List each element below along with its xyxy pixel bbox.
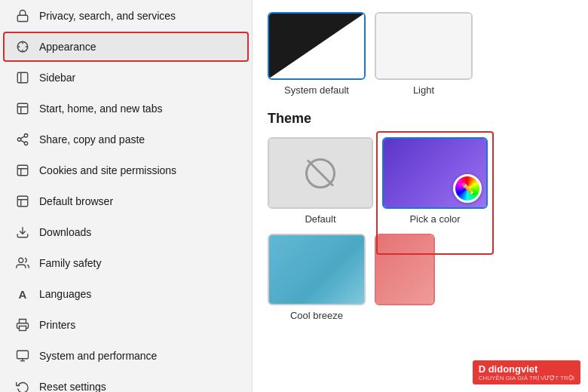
cool-breeze-graphic: [269, 235, 364, 304]
family-safety-icon: [15, 256, 30, 271]
sidebar-item-sidebar-label: Sidebar: [39, 72, 75, 84]
svg-rect-14: [20, 326, 26, 331]
sidebar-item-privacy[interactable]: Privacy, search, and services: [3, 1, 249, 31]
theme-section-title: Theme: [268, 111, 573, 127]
theme-card-cool-breeze[interactable]: Cool breeze: [268, 234, 366, 321]
color-wheel-graphic: ✏️: [453, 174, 482, 203]
downloads-icon: [15, 225, 30, 240]
svg-line-8: [20, 140, 24, 142]
pick-color-label: Pick a color: [382, 213, 488, 225]
printers-icon: [15, 317, 30, 332]
sidebar-item-languages-label: Languages: [39, 288, 91, 300]
svg-rect-15: [17, 351, 29, 359]
sidebar-item-family-safety[interactable]: Family safety: [3, 248, 249, 278]
sidebar-item-system-performance-label: System and performance: [39, 350, 157, 362]
light-label: Light: [375, 84, 473, 96]
svg-point-7: [24, 142, 28, 145]
sidebar-item-reset[interactable]: Reset settings: [3, 372, 249, 392]
system-default-graphic: [269, 14, 364, 78]
sidebar-item-appearance[interactable]: Appearance: [3, 32, 249, 62]
mode-card-light[interactable]: Light: [375, 12, 473, 96]
theme-cards-row: Default ✏️ Pick a color: [268, 137, 573, 321]
cool-breeze-img: [268, 234, 366, 305]
reset-icon: [15, 379, 30, 392]
sidebar-item-cookies[interactable]: Cookies and site permissions: [3, 155, 249, 185]
watermark: D didongviet CHUYÊN GIA GIÁ TRỊ VƯỢT TRỘ…: [473, 360, 580, 384]
default-browser-icon: [15, 194, 30, 209]
pick-color-img: ✏️: [382, 137, 488, 209]
svg-point-5: [24, 134, 28, 138]
cookies-icon: [15, 163, 30, 178]
sidebar-item-system-performance[interactable]: System and performance: [3, 341, 249, 371]
theme-card-default[interactable]: Default: [268, 137, 373, 225]
sidebar-item-printers-label: Printers: [39, 319, 75, 331]
theme-card-partial[interactable]: [375, 234, 435, 321]
system-default-label: System default: [268, 84, 366, 96]
mode-cards-row: System default Light: [268, 12, 573, 96]
svg-rect-0: [17, 15, 28, 21]
main-content-wrapper: System default Light Theme Default: [253, 0, 588, 392]
system-default-preview-img: [268, 12, 366, 80]
appearance-icon: [15, 39, 30, 54]
sidebar-item-languages[interactable]: A Languages: [3, 279, 249, 309]
sidebar-item-share[interactable]: Share, copy and paste: [3, 124, 249, 155]
share-icon: [15, 132, 30, 147]
partial-card-img: [375, 234, 435, 305]
watermark-sub: CHUYÊN GIA GIÁ TRỊ VƯỢT TRỘI: [479, 375, 574, 381]
svg-rect-2: [17, 72, 28, 83]
default-theme-graphic: [269, 139, 372, 207]
svg-rect-10: [17, 165, 28, 176]
sidebar-item-start-home-label: Start, home, and new tabs: [39, 103, 162, 115]
sidebar-item-downloads-label: Downloads: [39, 226, 91, 238]
main-content: System default Light Theme Default: [253, 0, 588, 392]
theme-card-pick-color[interactable]: ✏️ Pick a color: [382, 137, 488, 225]
light-preview-img: [375, 12, 473, 80]
sidebar-item-reset-label: Reset settings: [39, 381, 106, 392]
languages-icon: A: [15, 286, 30, 302]
sidebar-item-printers[interactable]: Printers: [3, 310, 249, 340]
sidebar-item-appearance-label: Appearance: [39, 41, 96, 53]
pick-color-graphic: ✏️: [384, 139, 486, 207]
sidebar-item-start-home[interactable]: Start, home, and new tabs: [3, 93, 249, 124]
sidebar-icon: [15, 70, 30, 85]
svg-line-9: [20, 136, 24, 139]
sidebar-item-default-browser[interactable]: Default browser: [3, 186, 249, 216]
sidebar-item-share-label: Share, copy and paste: [39, 133, 145, 145]
default-theme-label: Default: [268, 213, 373, 225]
system-performance-icon: [15, 348, 30, 363]
svg-rect-11: [17, 196, 28, 207]
svg-point-6: [17, 138, 21, 142]
light-graphic: [376, 14, 471, 78]
watermark-brand: D didongviet: [479, 363, 538, 375]
sidebar-item-downloads[interactable]: Downloads: [3, 217, 249, 247]
sidebar-item-family-safety-label: Family safety: [39, 257, 101, 269]
svg-point-13: [19, 258, 23, 262]
start-home-icon: [15, 101, 30, 116]
sidebar-item-privacy-label: Privacy, search, and services: [39, 10, 176, 22]
cool-breeze-label: Cool breeze: [268, 310, 366, 321]
sidebar: Privacy, search, and services Appearance…: [0, 0, 253, 392]
pencil-icon: ✏️: [461, 182, 474, 194]
sidebar-item-default-browser-label: Default browser: [39, 195, 113, 207]
sidebar-item-sidebar[interactable]: Sidebar: [3, 63, 249, 93]
mode-card-system-default[interactable]: System default: [268, 12, 366, 96]
sidebar-item-cookies-label: Cookies and site permissions: [39, 164, 176, 176]
partial-card-graphic: [376, 235, 433, 304]
default-theme-img: [268, 137, 373, 209]
no-icon: [305, 158, 335, 188]
svg-rect-4: [17, 103, 28, 114]
privacy-icon: [15, 8, 30, 23]
